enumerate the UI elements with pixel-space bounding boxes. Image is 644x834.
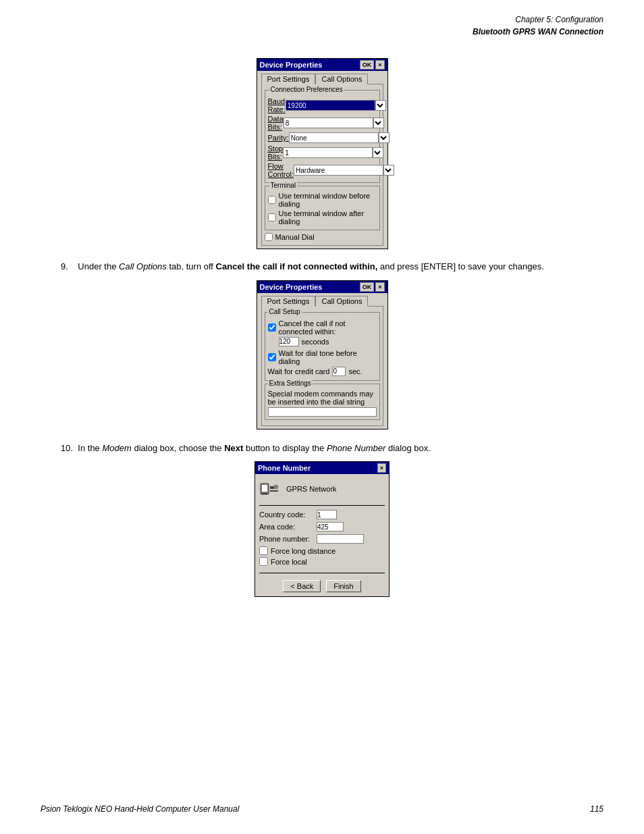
phone-network-icon [259, 478, 281, 500]
area-code-label: Area code: [259, 523, 317, 531]
dialog1-tabs: Port Settings Call Options [261, 74, 383, 84]
parity-label: Parity: [268, 134, 289, 142]
svg-rect-5 [270, 490, 278, 492]
data-bits-label: Data Bits: [268, 115, 284, 131]
terminal-after-row: Use terminal window after dialing [268, 209, 377, 226]
step9-bold: Cancel the call if not connected within, [216, 261, 378, 271]
force-long-label: Force long distance [271, 547, 336, 555]
baud-rate-input[interactable] [286, 100, 375, 111]
cancel-call-checkbox[interactable] [268, 323, 276, 332]
tab2-port-settings[interactable]: Port Settings [261, 296, 316, 307]
dialog2-body: Port Settings Call Options Call Setup Ca… [257, 293, 387, 429]
flow-control-select[interactable]: ▼ [383, 165, 394, 176]
footer: Psion Teklogix NEO Hand-Held Computer Us… [41, 804, 603, 814]
step9-middle: tab, turn off [167, 261, 216, 271]
cancel-call-label: Cancel the call if not connected within: [279, 319, 377, 336]
parity-select[interactable]: ▼ [379, 132, 390, 143]
credit-card-input[interactable] [332, 367, 346, 376]
force-long-row: Force long distance [259, 546, 385, 555]
wait-dial-tone-checkbox[interactable] [268, 353, 276, 361]
dialog1-title: Device Properties [260, 61, 323, 69]
phone-dialog-container: Phone Number × GPRS N [41, 461, 603, 597]
seconds-row: seconds [279, 337, 377, 346]
dialog1-close-btn[interactable]: × [375, 60, 384, 70]
dialog1-ok-btn[interactable]: OK [360, 60, 375, 70]
data-bits-select[interactable]: ▼ [373, 118, 384, 128]
force-local-label: Force local [271, 558, 307, 566]
phone-number-row: Phone number: [259, 534, 385, 544]
flow-control-input[interactable] [294, 165, 383, 176]
dialog1-body: Port Settings Call Options Connection Pr… [257, 71, 387, 249]
dialog2-tabs: Port Settings Call Options [261, 296, 383, 307]
step9-text: 9. Under the Call Options tab, turn off … [61, 260, 603, 273]
terminal-after-checkbox[interactable] [268, 213, 276, 221]
footer-left: Psion Teklogix NEO Hand-Held Computer Us… [41, 804, 239, 814]
area-code-input[interactable] [317, 522, 344, 531]
chapter-header: Chapter 5: Configuration Bluetooth GPRS … [41, 14, 603, 38]
tab2-call-options[interactable]: Call Options [315, 296, 368, 307]
tab-port-settings[interactable]: Port Settings [261, 74, 316, 84]
extra-settings-section: Extra Settings Special modem commands ma… [265, 384, 380, 420]
baud-rate-label: Baud Rate: [268, 97, 286, 113]
dialog2-tab-content: Call Setup Cancel the call if not connec… [261, 306, 383, 426]
dialog1-titlebar: Device Properties OK × [257, 59, 387, 71]
step10-number: 10. [61, 443, 76, 453]
step10-italic: Modem [102, 443, 131, 453]
wait-dial-tone-label: Wait for dial tone before dialing [279, 349, 377, 365]
connection-prefs-label: Connection Preferences [269, 86, 344, 93]
terminal-before-checkbox[interactable] [268, 196, 276, 204]
dialog2-title: Device Properties [260, 283, 323, 291]
phone-number-input[interactable] [317, 534, 364, 544]
svg-rect-3 [270, 486, 274, 489]
phone-dialog: Phone Number × GPRS N [254, 461, 390, 597]
svg-rect-4 [274, 485, 278, 489]
phone-divider [259, 505, 385, 506]
baud-rate-select[interactable]: ▼ [375, 100, 386, 111]
manual-dial-label: Manual Dial [275, 233, 315, 241]
extra-settings-input[interactable] [268, 407, 377, 417]
dialog1-tab-content: Connection Preferences Baud Rate: ▼ Data… [261, 84, 383, 246]
step9-italic: Call Options [119, 261, 167, 271]
step9-end: and press [ENTER] to save your changes. [377, 261, 543, 271]
dialog2-window: Device Properties OK × Port Settings Cal… [257, 280, 388, 429]
country-code-row: Country code: [259, 510, 385, 519]
country-code-input[interactable] [317, 510, 337, 519]
footer-right: 115 [590, 804, 603, 814]
terminal-before-label: Use terminal window before dialing [279, 192, 377, 208]
seconds-input[interactable] [279, 337, 299, 346]
tab-call-options[interactable]: Call Options [315, 74, 368, 84]
sec-label: sec. [348, 367, 362, 375]
step10-end2: dialog box. [385, 443, 431, 453]
dialog2-ok-btn[interactable]: OK [360, 282, 375, 292]
finish-btn[interactable]: Finish [326, 580, 360, 592]
cancel-call-row: Cancel the call if not connected within: [268, 319, 377, 336]
seconds-label: seconds [302, 338, 329, 346]
stop-bits-input[interactable] [283, 147, 373, 158]
wait-dial-tone-row: Wait for dial tone before dialing [268, 349, 377, 365]
step10-middle: dialog box, choose the [132, 443, 224, 453]
stop-bits-select[interactable]: ▼ [373, 147, 383, 158]
force-long-checkbox[interactable] [259, 546, 268, 555]
step10-italic2: Phone Number [327, 443, 385, 453]
parity-input[interactable] [289, 132, 379, 143]
call-setup-section: Call Setup Cancel the call if not connec… [265, 312, 380, 381]
step9-number: 9. [61, 261, 76, 271]
wait-credit-label: Wait for credit card [268, 367, 330, 375]
dialog2-container: Device Properties OK × Port Settings Cal… [41, 280, 603, 429]
dialog2-close-btn[interactable]: × [375, 282, 384, 292]
manual-dial-checkbox[interactable] [265, 233, 273, 241]
manual-dial-row: Manual Dial [265, 233, 380, 241]
chapter-line2: Bluetooth GPRS WAN Connection [41, 26, 603, 38]
stop-bits-label: Stop Bits: [268, 145, 284, 161]
step10-before: In the [78, 443, 102, 453]
phone-title: Phone Number [258, 464, 311, 472]
back-btn[interactable]: < Back [283, 580, 321, 592]
wait-credit-row: Wait for credit card sec. [268, 367, 377, 376]
step10-end: button to display the [243, 443, 327, 453]
data-bits-input[interactable] [284, 118, 373, 128]
phone-close-btn[interactable]: × [377, 463, 386, 473]
step10-text: 10. In the Modem dialog box, choose the … [61, 442, 603, 455]
dialog1-buttons: OK × [360, 60, 385, 70]
svg-rect-2 [262, 493, 267, 494]
force-local-checkbox[interactable] [259, 557, 268, 566]
